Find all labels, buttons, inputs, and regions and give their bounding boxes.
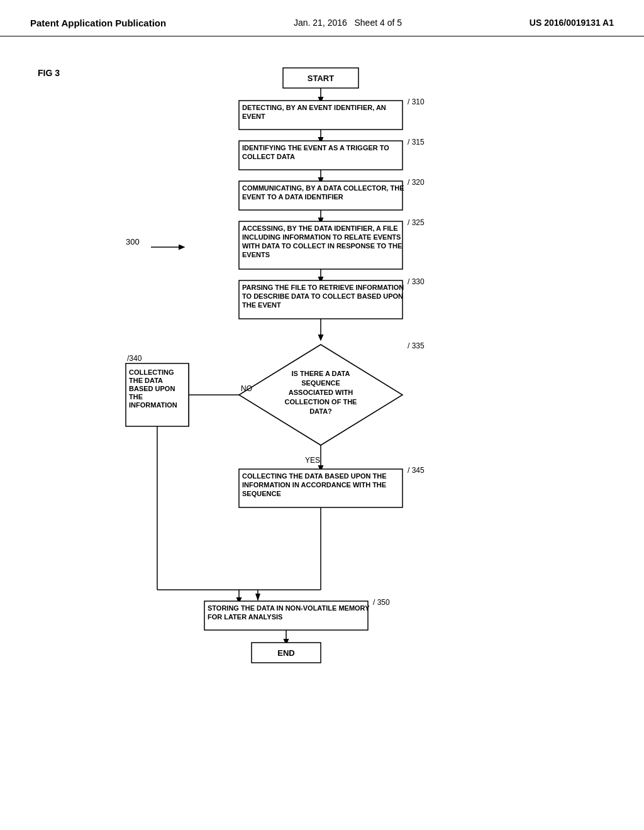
svg-text:SEQUENCE: SEQUENCE: [242, 490, 281, 497]
svg-text:WITH DATA TO COLLECT IN RESPON: WITH DATA TO COLLECT IN RESPONSE TO THE: [242, 242, 402, 250]
svg-text:/ 345: / 345: [408, 466, 425, 475]
svg-text:PARSING THE FILE TO RETRIEVE I: PARSING THE FILE TO RETRIEVE INFORMATION: [242, 284, 404, 291]
svg-rect-13: [239, 181, 402, 210]
svg-text:THE: THE: [129, 393, 143, 401]
svg-text:DATA?: DATA?: [309, 407, 332, 415]
header-center: Jan. 21, 2016 Sheet 4 of 5: [294, 18, 402, 28]
svg-text:YES: YES: [305, 456, 320, 465]
svg-text:300: 300: [126, 237, 140, 246]
svg-text:INFORMATION IN ACCORDANCE WITH: INFORMATION IN ACCORDANCE WITH THE: [242, 481, 386, 489]
header: Patent Application Publication Jan. 21, …: [0, 0, 644, 36]
svg-text:EVENT: EVENT: [242, 113, 265, 120]
svg-text:INFORMATION: INFORMATION: [129, 401, 177, 409]
svg-text:/ 320: / 320: [408, 178, 425, 187]
svg-rect-61: [204, 601, 368, 630]
svg-marker-60: [255, 594, 260, 601]
svg-text:THE EVENT: THE EVENT: [242, 301, 281, 309]
svg-rect-25: [239, 280, 402, 319]
svg-text:IS THERE A DATA: IS THERE A DATA: [292, 370, 350, 377]
svg-text:COLLECTING THE DATA BASED UPON: COLLECTING THE DATA BASED UPON THE: [242, 472, 387, 480]
svg-text:COLLECTION OF THE: COLLECTION OF THE: [285, 398, 357, 406]
header-left: Patent Application Publication: [30, 18, 166, 28]
svg-text:/ 350: / 350: [373, 598, 390, 607]
svg-rect-42: [126, 363, 189, 426]
svg-text:THE DATA: THE DATA: [129, 377, 163, 384]
svg-rect-3: [239, 101, 402, 130]
svg-text:NO: NO: [241, 384, 252, 393]
svg-text:COLLECT DATA: COLLECT DATA: [242, 153, 295, 160]
svg-text:STORING THE DATA IN NON-VOLATI: STORING THE DATA IN NON-VOLATILE MEMORY: [208, 604, 370, 612]
svg-rect-18: [239, 221, 402, 269]
svg-rect-8: [239, 141, 402, 170]
svg-text:IDENTIFYING THE EVENT AS A TRI: IDENTIFYING THE EVENT AS A TRIGGER TO: [242, 144, 389, 152]
svg-text:DETECTING, BY AN EVENT IDENTIF: DETECTING, BY AN EVENT IDENTIFIER, AN: [242, 104, 386, 111]
svg-text:ASSOCIATED WITH: ASSOCIATED WITH: [289, 389, 353, 396]
svg-text:/ 335: / 335: [408, 341, 425, 350]
svg-text:ACCESSING, BY THE DATA IDENTIF: ACCESSING, BY THE DATA IDENTIFIER, A FIL…: [242, 224, 398, 232]
svg-text:COLLECTING: COLLECTING: [129, 368, 174, 376]
svg-rect-0: [283, 68, 358, 88]
svg-text:/340: /340: [127, 354, 142, 363]
svg-text:INCLUDING INFORMATION TO RELAT: INCLUDING INFORMATION TO RELATE EVENTS: [242, 233, 401, 241]
svg-rect-51: [239, 469, 402, 507]
svg-text:/ 330: / 330: [408, 277, 425, 286]
fig-label: FIG 3: [38, 68, 60, 78]
svg-text:FOR LATER ANALYSIS: FOR LATER ANALYSIS: [208, 613, 282, 621]
svg-text:END: END: [277, 648, 294, 658]
svg-rect-66: [252, 643, 321, 663]
svg-text:/ 310: / 310: [408, 97, 425, 106]
svg-text:START: START: [308, 74, 334, 83]
svg-text:BASED UPON: BASED UPON: [129, 385, 175, 392]
svg-marker-31: [239, 345, 402, 445]
svg-text:/ 315: / 315: [408, 138, 425, 147]
header-right: US 2016/0019131 A1: [530, 18, 614, 28]
svg-text:SEQUENCE: SEQUENCE: [301, 379, 340, 387]
svg-text:COMMUNICATING, BY A DATA COLLE: COMMUNICATING, BY A DATA COLLECTOR, THE: [242, 184, 404, 192]
svg-text:EVENT TO A DATA IDENTIFIER: EVENT TO A DATA IDENTIFIER: [242, 193, 343, 201]
svg-text:/ 325: / 325: [408, 218, 425, 227]
svg-text:EVENTS: EVENTS: [242, 251, 270, 258]
svg-text:TO DESCRIBE DATA TO COLLECT BA: TO DESCRIBE DATA TO COLLECT BASED UPON: [242, 292, 403, 300]
